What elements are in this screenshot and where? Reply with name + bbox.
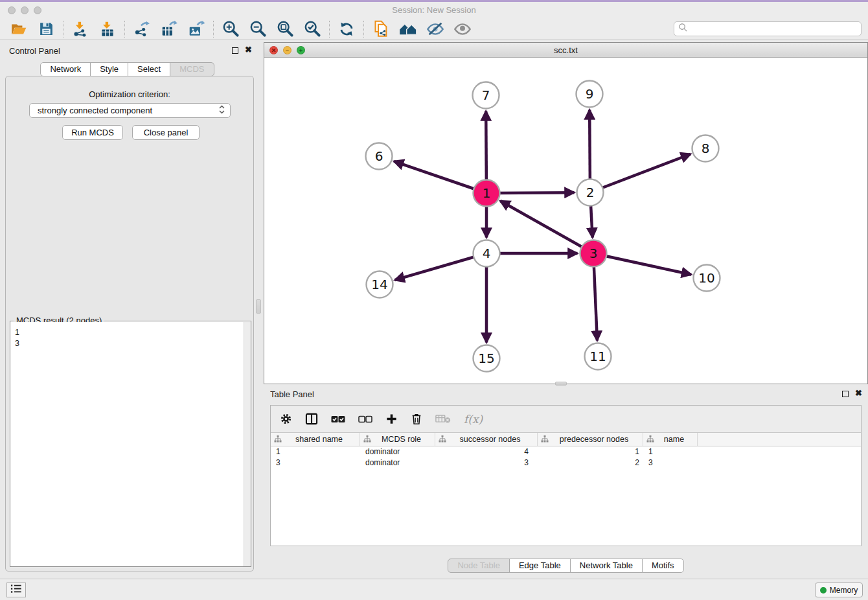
cell-successor-nodes[interactable]: 4 (435, 446, 538, 457)
graph-node-14[interactable]: 14 (367, 271, 393, 298)
import-network-icon[interactable] (67, 19, 94, 39)
graph-edge-3-1[interactable] (500, 201, 593, 253)
deselect-all-columns-icon[interactable] (358, 415, 372, 423)
search-field[interactable] (674, 21, 862, 36)
cell-predecessor-nodes[interactable]: 1 (538, 446, 643, 457)
graph-node-8[interactable]: 8 (692, 135, 719, 162)
close-panel-button[interactable]: Close panel (132, 125, 200, 140)
graph-node-10[interactable]: 10 (694, 265, 720, 292)
control-panel-header: Control Panel ✖ (0, 40, 255, 60)
tab-select[interactable]: Select (128, 62, 170, 76)
clone-network-icon[interactable] (367, 19, 394, 39)
tab-node-table[interactable]: Node Table (448, 559, 510, 573)
graph-node-1[interactable]: 1 (474, 180, 500, 207)
table-panel-title: Table Panel (270, 389, 314, 399)
result-scrollbar[interactable] (244, 322, 251, 566)
column-header-successor-nodes[interactable]: successor nodes (435, 433, 538, 446)
column-header-predecessor-nodes[interactable]: predecessor nodes (538, 433, 643, 446)
graph-node-4[interactable]: 4 (474, 240, 500, 267)
graph-edge-1-6[interactable] (394, 161, 486, 193)
mcds-result-group: MCDS result (2 nodes) 13 (10, 321, 251, 567)
graph-node-7[interactable]: 7 (473, 82, 499, 109)
select-stepper-icon (219, 104, 225, 117)
criterion-select[interactable]: strongly connected component (29, 103, 231, 118)
node-label: 3 (589, 246, 598, 261)
column-header-label: predecessor nodes (538, 435, 643, 444)
cell-MCDS-role[interactable]: dominator (360, 457, 435, 468)
close-panel-icon[interactable]: ✖ (245, 45, 252, 55)
delete-column-icon[interactable] (411, 413, 422, 426)
graph-edge-2-8[interactable] (590, 154, 691, 192)
control-panel-tabs: NetworkStyleSelectMCDS (0, 62, 255, 76)
tab-mcds[interactable]: MCDS (170, 62, 214, 76)
zoom-selected-icon[interactable] (299, 19, 326, 39)
control-panel-title: Control Panel (9, 46, 60, 56)
float-panel-icon[interactable] (232, 47, 238, 54)
export-image-icon[interactable] (183, 19, 210, 39)
select-all-columns-icon[interactable] (331, 415, 345, 423)
show-all-icon[interactable] (449, 19, 476, 39)
table-row[interactable]: 1dominator411 (271, 446, 861, 457)
table-float-icon[interactable] (842, 391, 849, 397)
zoom-in-icon[interactable] (217, 19, 244, 39)
open-session-icon[interactable] (5, 19, 32, 39)
export-table-icon[interactable] (155, 19, 183, 39)
node-label: 14 (371, 277, 387, 292)
create-column-icon[interactable] (385, 413, 398, 425)
mcds-result-list[interactable]: 13 (10, 322, 244, 566)
zoom-fit-icon[interactable] (271, 19, 299, 39)
toolbar-separator (63, 21, 63, 38)
column-tree-icon (541, 435, 549, 444)
search-input[interactable] (688, 23, 861, 35)
task-history-button[interactable] (6, 583, 26, 597)
tab-motifs[interactable]: Motifs (642, 559, 684, 573)
graph-node-6[interactable]: 6 (366, 143, 393, 170)
column-header-MCDS-role[interactable]: MCDS role (360, 433, 435, 446)
table-row[interactable]: 3dominator323 (271, 457, 861, 468)
cell-shared-name[interactable]: 3 (271, 457, 360, 468)
tab-network-table[interactable]: Network Table (570, 559, 643, 573)
cell-name[interactable]: 3 (643, 457, 698, 468)
table-panel: Table Panel ✖ (264, 386, 868, 577)
home-icon[interactable] (394, 19, 422, 39)
network-window-titlebar[interactable]: ✕ − + scc.txt (264, 43, 867, 58)
settings-gear-icon[interactable] (280, 413, 292, 425)
network-graph-canvas[interactable]: 7968124314101511 (264, 58, 867, 384)
cell-shared-name[interactable]: 1 (271, 446, 360, 457)
run-mcds-button[interactable]: Run MCDS (62, 125, 123, 140)
toolbar-separator (363, 21, 364, 38)
cell-MCDS-role[interactable]: dominator (360, 446, 435, 457)
graph-edge-3-10[interactable] (593, 253, 691, 275)
tab-edge-table[interactable]: Edge Table (509, 559, 571, 573)
graph-node-2[interactable]: 2 (577, 179, 604, 206)
cell-name[interactable]: 1 (643, 446, 698, 457)
graph-node-9[interactable]: 9 (577, 81, 603, 108)
column-header-name[interactable]: name (643, 433, 698, 446)
table-close-icon[interactable]: ✖ (855, 388, 862, 398)
tab-style[interactable]: Style (90, 62, 128, 76)
cell-predecessor-nodes[interactable]: 2 (538, 457, 643, 468)
hide-selected-icon[interactable] (422, 19, 449, 39)
node-table: shared nameMCDS rolesuccessor nodesprede… (271, 433, 861, 546)
graph-edge-4-14[interactable] (395, 253, 486, 280)
zoom-out-icon[interactable] (244, 19, 271, 39)
session-title: Session: New Session (0, 5, 868, 15)
cell-successor-nodes[interactable]: 3 (435, 457, 538, 468)
node-label: 10 (698, 270, 714, 286)
node-label: 11 (589, 349, 606, 364)
column-tree-icon (274, 435, 282, 444)
vertical-splitter-handle[interactable] (256, 299, 261, 314)
memory-button[interactable]: Memory (815, 583, 863, 597)
graph-node-11[interactable]: 11 (585, 343, 611, 370)
column-header-shared-name[interactable]: shared name (271, 433, 360, 446)
status-bar: Memory (0, 579, 868, 600)
refresh-layout-icon[interactable] (333, 19, 360, 39)
export-network-icon[interactable] (128, 19, 155, 39)
save-session-icon[interactable] (32, 19, 60, 39)
tab-network[interactable]: Network (40, 62, 91, 76)
import-table-icon[interactable] (94, 19, 121, 39)
memory-label: Memory (830, 586, 858, 595)
graph-node-3[interactable]: 3 (580, 240, 607, 267)
column-browser-icon[interactable] (305, 413, 318, 425)
graph-node-15[interactable]: 15 (474, 345, 500, 372)
